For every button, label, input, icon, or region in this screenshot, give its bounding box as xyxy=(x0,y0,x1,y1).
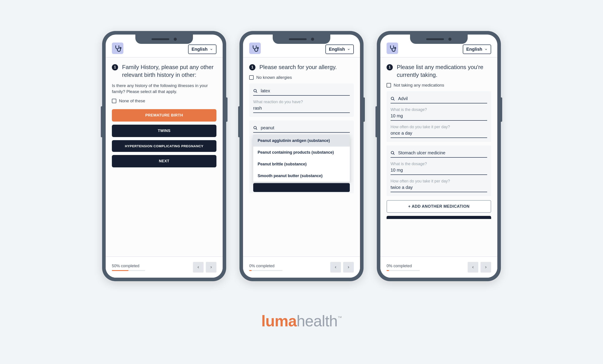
dosage-input[interactable]: 10 mg xyxy=(391,167,487,175)
checkbox-label: None of these xyxy=(119,99,145,103)
medication-card-1: Advil What is the dosage? 10 mg How ofte… xyxy=(387,91,491,142)
progress-label: 50% completed xyxy=(112,264,145,268)
footer-bar: 50% completed xyxy=(106,256,223,278)
phone-mockup-1: English 1 Family History, please put any… xyxy=(102,31,226,281)
progress-label: 0% completed xyxy=(387,264,420,268)
dropdown-item[interactable]: Peanut containing products (substance) xyxy=(253,147,350,158)
stethoscope-icon xyxy=(387,43,398,54)
content-area: 1 Please list any medications you're cur… xyxy=(380,57,497,256)
chevron-left-icon xyxy=(334,265,337,269)
progress-indicator: 50% completed xyxy=(112,264,145,271)
phones-row: English 1 Family History, please put any… xyxy=(0,0,603,281)
dropdown-item[interactable]: Smooth peanut butter (substance) xyxy=(253,170,350,182)
dosage-input[interactable]: 10 mg xyxy=(391,113,487,121)
none-of-these-checkbox[interactable]: None of these xyxy=(112,99,216,103)
question-number: 1 xyxy=(249,64,255,70)
checkbox-icon xyxy=(387,83,391,88)
language-select[interactable]: English xyxy=(325,45,354,54)
next-nav-button[interactable] xyxy=(206,262,216,273)
footer-bar: 0% completed xyxy=(380,256,497,278)
chevron-down-icon xyxy=(347,48,350,51)
chevron-down-icon xyxy=(485,48,487,51)
autocomplete-dropdown: Peanut agglutinin antigen (substance) Pe… xyxy=(253,135,350,182)
search-icon xyxy=(391,151,395,155)
stethoscope-icon xyxy=(112,43,123,54)
phone-notch xyxy=(410,34,468,44)
option-premature-birth[interactable]: PREMATURE BIRTH xyxy=(112,109,216,122)
partial-button[interactable] xyxy=(387,216,491,219)
screen-3: English 1 Please list any medications yo… xyxy=(380,34,497,278)
search-icon xyxy=(253,89,258,93)
question-title: Please list any medications you're curre… xyxy=(397,63,491,79)
allergy-search-input[interactable]: peanut xyxy=(253,124,350,133)
content-area: 1 Please search for your allergy. No kno… xyxy=(243,57,360,256)
content-area: 1 Family History, please put any other r… xyxy=(106,57,223,256)
frequency-input[interactable]: twice a day xyxy=(391,184,487,192)
option-twins[interactable]: TWINS xyxy=(112,125,216,137)
add-another-medication-button[interactable]: + ADD ANOTHER MEDICATION xyxy=(387,200,491,213)
next-button[interactable]: NEXT xyxy=(112,155,216,167)
svg-point-4 xyxy=(254,126,256,129)
question-number: 1 xyxy=(387,64,393,70)
prev-button[interactable] xyxy=(193,262,204,273)
checkbox-icon xyxy=(249,75,254,80)
svg-line-8 xyxy=(394,99,394,100)
dosage-label: What is the dosage? xyxy=(391,162,487,166)
screen-1: English 1 Family History, please put any… xyxy=(106,34,223,278)
chevron-left-icon xyxy=(471,265,475,269)
language-label: English xyxy=(192,47,208,52)
svg-point-2 xyxy=(254,89,256,92)
screen-2: English 1 Please search for your allergy… xyxy=(243,34,360,278)
dropdown-item[interactable]: Peanut agglutinin antigen (substance) xyxy=(253,135,350,147)
checkbox-label: No known allergies xyxy=(256,75,292,80)
progress-indicator: 0% completed xyxy=(249,264,282,271)
reaction-input[interactable]: rash xyxy=(253,105,350,113)
brand-part2: health xyxy=(297,312,338,330)
phone-notch xyxy=(273,34,330,44)
phone-notch xyxy=(135,34,193,44)
chevron-right-icon xyxy=(484,265,487,269)
checkbox-icon xyxy=(112,99,116,103)
allergy-search-input[interactable]: latex xyxy=(253,87,350,96)
svg-line-5 xyxy=(256,128,257,129)
question-title: Family History, please put any other rel… xyxy=(122,63,216,79)
allergy-card-2: peanut Peanut agglutinin antigen (substa… xyxy=(249,120,354,193)
next-nav-button[interactable] xyxy=(480,262,491,273)
svg-point-6 xyxy=(394,47,396,49)
chevron-left-icon xyxy=(197,265,200,269)
next-nav-button[interactable] xyxy=(343,262,354,273)
reaction-label: What reaction do you have? xyxy=(253,100,350,104)
lumahealth-logo: lumahealth™ xyxy=(261,312,342,330)
phone-mockup-2: English 1 Please search for your allergy… xyxy=(240,31,363,281)
question-title: Please search for your allergy. xyxy=(259,63,337,71)
frequency-input[interactable]: once a day xyxy=(391,130,487,138)
dosage-label: What is the dosage? xyxy=(391,107,487,112)
checkbox-label: Not taking any medications xyxy=(394,83,444,88)
not-taking-medications-checkbox[interactable]: Not taking any medications xyxy=(387,83,491,88)
progress-indicator: 0% completed xyxy=(387,264,420,271)
search-value: Stomach ulcer medicine xyxy=(398,150,445,155)
medication-search-input[interactable]: Advil xyxy=(391,95,487,103)
svg-point-9 xyxy=(391,151,394,154)
language-label: English xyxy=(466,47,482,52)
prev-button[interactable] xyxy=(468,262,478,273)
prev-button[interactable] xyxy=(330,262,341,273)
search-value: peanut xyxy=(261,125,274,130)
chevron-right-icon xyxy=(209,265,213,269)
language-select[interactable]: English xyxy=(188,45,216,54)
partial-button[interactable] xyxy=(253,183,350,192)
dropdown-item[interactable]: Peanut brittle (substance) xyxy=(253,158,350,170)
brand-part1: luma xyxy=(261,312,296,330)
search-value: Advil xyxy=(398,96,408,101)
language-select[interactable]: English xyxy=(463,45,491,54)
option-hypertension[interactable]: HYPERTENSION COMPLICATING PREGNANCY xyxy=(112,140,216,152)
question-number: 1 xyxy=(112,64,118,70)
medication-search-input[interactable]: Stomach ulcer medicine xyxy=(391,149,487,158)
footer-bar: 0% completed xyxy=(243,256,360,278)
no-known-allergies-checkbox[interactable]: No known allergies xyxy=(249,75,354,80)
svg-line-10 xyxy=(394,153,394,155)
question-subtext: Is there any history of the following il… xyxy=(112,83,216,94)
frequency-label: How often do you take it per day? xyxy=(391,125,487,129)
search-value: latex xyxy=(261,88,270,93)
phone-mockup-3: English 1 Please list any medications yo… xyxy=(377,31,501,281)
